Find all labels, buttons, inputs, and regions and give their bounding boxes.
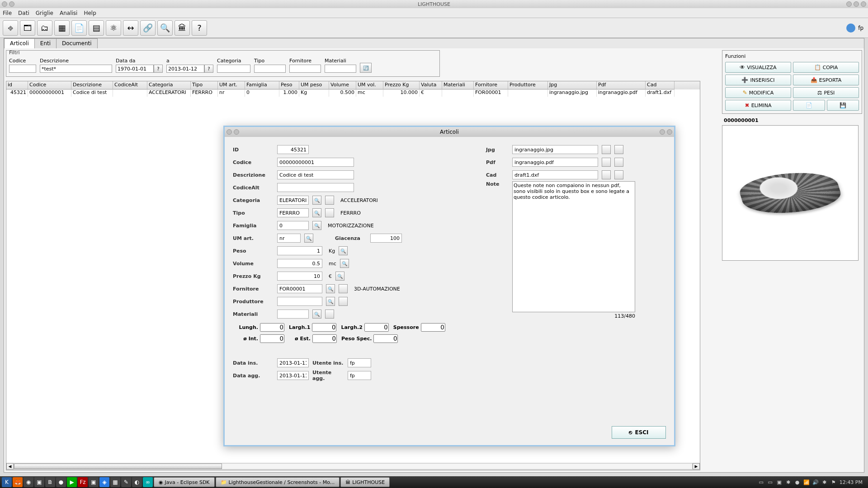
menu-dati[interactable]: Dati <box>18 10 29 16</box>
dialog-close[interactable] <box>667 129 672 135</box>
esci-button[interactable]: ⎋ESCI <box>612 426 666 439</box>
column-header[interactable]: Valuta <box>420 81 442 89</box>
column-header[interactable]: Peso <box>279 81 299 89</box>
toolbar-btn-3[interactable]: 🗂 <box>37 20 52 36</box>
column-header[interactable]: UM peso <box>299 81 329 89</box>
tipo-clear[interactable] <box>325 208 334 217</box>
column-header[interactable]: id <box>6 81 28 89</box>
filtri-refresh-button[interactable]: 🔄 <box>360 63 372 73</box>
tipo-lookup[interactable]: 🔍 <box>312 208 321 217</box>
filtri-fornitore-input[interactable] <box>289 65 321 73</box>
minimize-button[interactable] <box>846 1 852 7</box>
jpg-browse[interactable] <box>602 145 611 154</box>
filtri-categoria-input[interactable] <box>217 65 250 73</box>
app-icon-2[interactable]: ▶ <box>67 477 77 487</box>
tray-icon[interactable]: ▣ <box>776 479 783 485</box>
prezzokg-lookup[interactable]: 🔍 <box>335 272 344 281</box>
app-icon-3[interactable]: ▦ <box>110 477 120 487</box>
field-volume[interactable] <box>277 259 322 268</box>
filtri-codice-input[interactable] <box>9 65 36 73</box>
toolbar-btn-5[interactable]: 📄 <box>71 20 87 36</box>
field-cad[interactable] <box>512 170 598 179</box>
func-esporta[interactable]: 📤ESPORTA <box>793 75 859 85</box>
column-header[interactable]: Materiali <box>442 81 474 89</box>
field-descrizione[interactable] <box>277 170 354 179</box>
umart-lookup[interactable]: 🔍 <box>304 234 313 243</box>
column-header[interactable]: CodiceAlt <box>113 81 147 89</box>
produttore-clear[interactable] <box>339 297 348 306</box>
categoria-lookup[interactable]: 🔍 <box>312 196 321 205</box>
toolbar-btn-6[interactable]: ▤ <box>89 20 104 36</box>
tray-icon[interactable]: ✱ <box>821 479 828 485</box>
dialog-minimize[interactable] <box>660 129 665 135</box>
menu-analisi[interactable]: Analisi <box>60 10 77 16</box>
filezilla-icon[interactable]: Fz <box>78 477 88 487</box>
tray-network-icon[interactable]: 📶 <box>803 479 810 485</box>
column-header[interactable]: UM vol. <box>356 81 383 89</box>
table-row[interactable]: 4532100000000001Codice di testACCELERATO… <box>6 89 700 97</box>
tray-volume-icon[interactable]: 🔊 <box>812 479 819 485</box>
produttore-lookup[interactable]: 🔍 <box>326 297 335 306</box>
cad-browse[interactable] <box>602 170 611 179</box>
field-pesospec[interactable] <box>373 334 398 343</box>
filtri-descrizione-input[interactable] <box>40 65 112 73</box>
column-header[interactable]: Codice <box>28 81 71 89</box>
task-lighthouse-screenshots[interactable]: 📁LighthouseGestionale / Screenshots - Mo… <box>216 477 340 487</box>
pdf-browse[interactable] <box>602 158 611 167</box>
materiali-lookup[interactable]: 🔍 <box>312 310 321 319</box>
pdf-view[interactable] <box>614 158 623 167</box>
firefox-icon[interactable]: 🦊 <box>13 477 23 487</box>
cad-view[interactable] <box>614 170 623 179</box>
func-inserisci[interactable]: ➕INSERISCI <box>725 75 791 85</box>
func-pesi[interactable]: ⚖PESI <box>793 87 859 98</box>
clock[interactable]: 12:43 PM <box>840 479 863 485</box>
toolbar-btn-7[interactable]: ⚛ <box>106 20 121 36</box>
menu-griglie[interactable]: Griglie <box>36 10 53 16</box>
func-copia[interactable]: 📋COPIA <box>793 62 859 73</box>
dropbox-icon[interactable]: ◈ <box>99 477 109 487</box>
field-materiali[interactable] <box>277 310 309 319</box>
toolbar-btn-search[interactable]: 🔍 <box>157 20 173 36</box>
func-visualizza[interactable]: 👁VISUALIZZA <box>725 62 791 73</box>
column-header[interactable]: Fornitore <box>474 81 508 89</box>
toolbar-btn-2[interactable]: 🗔 <box>20 20 35 36</box>
terminal-icon[interactable]: ▣ <box>34 477 44 487</box>
filtri-a-input[interactable] <box>166 65 204 73</box>
field-categoria[interactable] <box>277 196 309 205</box>
chrome-icon[interactable]: ◉ <box>24 477 33 487</box>
materiali-clear[interactable] <box>325 310 334 319</box>
fornitore-clear[interactable] <box>339 284 348 293</box>
column-header[interactable]: Produttore <box>508 81 548 89</box>
tab-articoli[interactable]: Articoli <box>4 38 35 48</box>
filtri-materiali-input[interactable] <box>325 65 356 73</box>
volume-lookup[interactable]: 🔍 <box>340 259 349 268</box>
column-header[interactable]: Prezzo Kg <box>383 81 420 89</box>
app-icon-1[interactable]: ● <box>56 477 66 487</box>
files-icon[interactable]: 🗎 <box>45 477 55 487</box>
filtri-datada-input[interactable] <box>116 65 154 73</box>
column-header[interactable]: Descrizione <box>71 81 113 89</box>
field-oest[interactable] <box>312 334 337 343</box>
field-lungh[interactable] <box>260 323 284 332</box>
menu-help[interactable]: Help <box>84 10 96 16</box>
tray-icon[interactable]: ● <box>794 479 801 485</box>
tray-icon[interactable]: ⚑ <box>830 479 837 485</box>
field-codicealt[interactable] <box>277 183 354 192</box>
column-header[interactable]: Cad <box>646 81 675 89</box>
fornitore-lookup[interactable]: 🔍 <box>326 284 335 293</box>
column-header[interactable]: UM art. <box>218 81 245 89</box>
column-header[interactable]: Famiglia <box>245 81 279 89</box>
func-modifica[interactable]: ✎MODIFICA <box>725 87 791 98</box>
close-button[interactable] <box>861 1 866 7</box>
tray-icon[interactable]: ▭ <box>767 479 774 485</box>
field-largh1[interactable] <box>312 323 336 332</box>
func-pdf[interactable]: 📄 <box>793 100 825 111</box>
famiglia-lookup[interactable]: 🔍 <box>312 221 321 230</box>
field-prezzokg[interactable] <box>277 272 322 281</box>
categoria-clear[interactable] <box>325 196 334 205</box>
scroll-left-icon[interactable]: ◀ <box>6 463 14 469</box>
column-header[interactable]: Jpg <box>548 81 597 89</box>
field-peso[interactable] <box>277 246 322 255</box>
func-elimina[interactable]: ✖ELIMINA <box>725 100 791 111</box>
scroll-thumb[interactable] <box>14 464 222 469</box>
